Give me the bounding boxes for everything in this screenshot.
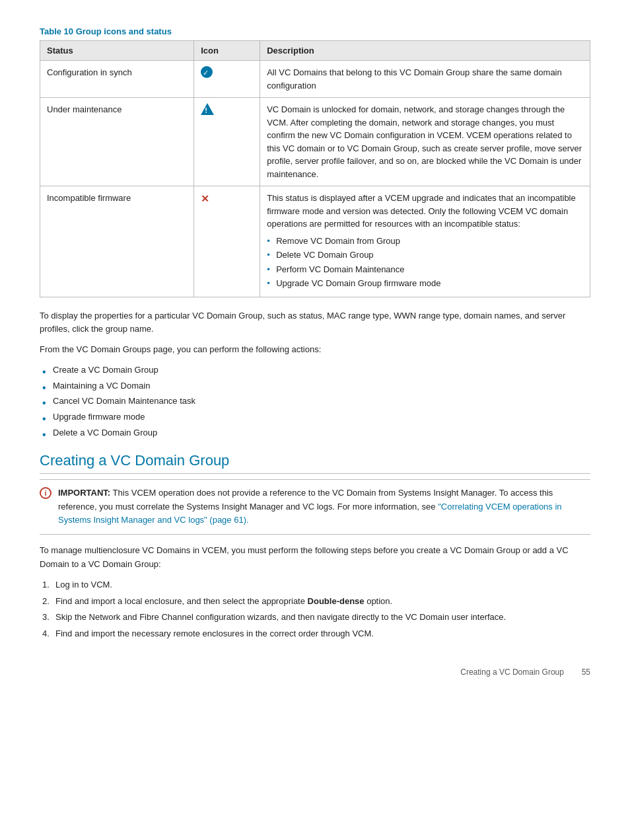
table-row: Under maintenanceVC Domain is unlocked f… — [40, 98, 590, 186]
list-item: Skip the Network and Fibre Channel confi… — [40, 611, 590, 625]
table-row: Configuration in synchAll VC Domains tha… — [40, 61, 590, 98]
list-item: Cancel VC Domain Maintenance task — [40, 395, 590, 408]
cell-description: All VC Domains that belong to this VC Do… — [260, 61, 590, 98]
x-icon: ✕ — [201, 192, 209, 207]
steps-intro: To manage multienclosure VC Domains in V… — [40, 544, 590, 572]
desc-bullets: Remove VC Domain from GroupDelete VC Dom… — [267, 235, 583, 290]
body-para1: To display the properties for a particul… — [40, 309, 590, 337]
footer-page-number: 55 — [582, 668, 590, 677]
group-icons-table: Status Icon Description Configuration in… — [40, 40, 590, 297]
table-title: Table 10 Group icons and status — [40, 26, 590, 36]
important-text-block: IMPORTANT: This VCEM operation does not … — [58, 486, 590, 527]
footer-section-label: Creating a VC Domain Group — [460, 668, 564, 677]
col-header-icon: Icon — [194, 41, 260, 61]
list-item: Find and import the necessary remote enc… — [40, 627, 590, 641]
list-item: Find and import a local enclosure, and t… — [40, 595, 590, 609]
cell-status: Configuration in synch — [40, 61, 194, 98]
list-item: Delete a VC Domain Group — [40, 426, 590, 440]
check-icon — [201, 66, 213, 78]
section-heading: Creating a VC Domain Group — [40, 452, 590, 474]
list-item: Perform VC Domain Maintenance — [267, 263, 583, 276]
important-label: IMPORTANT: — [58, 488, 110, 498]
cell-icon — [194, 98, 260, 186]
body-para2: From the VC Domain Groups page, you can … — [40, 343, 590, 357]
page-footer: Creating a VC Domain Group 55 — [40, 668, 590, 677]
cell-icon: ✕ — [194, 186, 260, 297]
actions-list: Create a VC Domain GroupMaintaining a VC… — [40, 363, 590, 440]
list-item: Remove VC Domain from Group — [267, 235, 583, 248]
steps-list: Log in to VCM.Find and import a local en… — [40, 578, 590, 641]
col-header-status: Status — [40, 41, 194, 61]
list-item: Create a VC Domain Group — [40, 363, 590, 377]
list-item: Upgrade VC Domain Group firmware mode — [267, 277, 583, 290]
cell-icon — [194, 61, 260, 98]
list-item: Log in to VCM. — [40, 578, 590, 592]
cell-status: Under maintenance — [40, 98, 194, 186]
bold-term: Double-dense — [308, 596, 365, 606]
warning-icon — [201, 103, 214, 115]
important-icon: i — [40, 487, 52, 499]
list-item: Upgrade firmware mode — [40, 410, 590, 424]
important-box: i IMPORTANT: This VCEM operation does no… — [40, 479, 590, 535]
col-header-desc: Description — [260, 41, 590, 61]
cell-status: Incompatible firmware — [40, 186, 194, 297]
cell-description: This status is displayed after a VCEM up… — [260, 186, 590, 297]
list-item: Maintaining a VC Domain — [40, 379, 590, 393]
table-row: Incompatible firmware✕This status is dis… — [40, 186, 590, 297]
list-item: Delete VC Domain Group — [267, 248, 583, 262]
cell-description: VC Domain is unlocked for domain, networ… — [260, 98, 590, 186]
